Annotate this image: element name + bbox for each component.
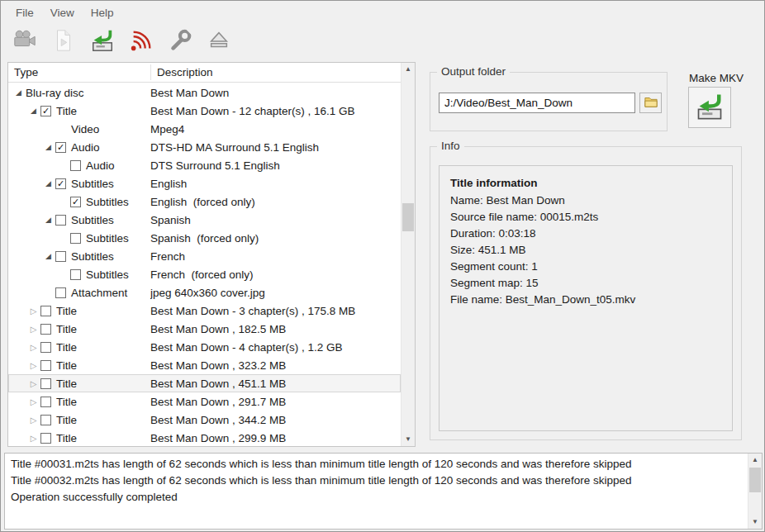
video-camera-button[interactable]: [9, 26, 40, 56]
tree-checkbox[interactable]: [55, 215, 66, 226]
tree-cell-type: ▷Title: [8, 429, 150, 446]
tree-collapsed-icon[interactable]: ▷: [26, 397, 40, 406]
scroll-down-icon[interactable]: ▼: [402, 433, 415, 446]
column-header-description[interactable]: Description: [150, 64, 401, 80]
tree-expanded-icon[interactable]: ◢: [41, 216, 55, 224]
tree-expanded-icon[interactable]: ◢: [41, 252, 55, 260]
menu-bar: File View Help: [1, 1, 764, 24]
tree-type-label: Title: [56, 323, 77, 335]
tree-cell-type: ▷Title: [8, 411, 150, 429]
tree-row[interactable]: ◢✓TitleBest Man Down - 12 chapter(s) , 1…: [8, 102, 401, 120]
tree-row[interactable]: ▷TitleBest Man Down , 451.1 MB: [8, 374, 401, 392]
tree-row[interactable]: ◢SubtitlesFrench: [8, 247, 401, 265]
tree-description-label: jpeg 640x360 cover.jpg: [150, 287, 401, 299]
tree-checkbox[interactable]: [70, 160, 81, 171]
tree-row[interactable]: ▷TitleBest Man Down , 344.2 MB: [8, 411, 401, 429]
tree-type-label: Subtitles: [86, 232, 129, 245]
column-header-type[interactable]: Type: [14, 63, 38, 83]
tree-scrollbar[interactable]: ▲ ▼: [401, 63, 415, 446]
stream-button[interactable]: [126, 26, 157, 56]
tree-checkbox[interactable]: [40, 342, 51, 353]
tree-row[interactable]: Attachmentjpeg 640x360 cover.jpg: [8, 283, 401, 302]
tree-collapsed-icon[interactable]: ▷: [26, 325, 40, 334]
tree-row[interactable]: ▷TitleBest Man Down - 3 chapter(s) , 175…: [8, 302, 401, 320]
info-line: Segment map: 15: [450, 275, 721, 292]
tree-row[interactable]: ▷TitleBest Man Down , 299.9 MB: [8, 429, 401, 446]
tree-expanded-icon[interactable]: ◢: [26, 107, 40, 115]
log-scrollbar-thumb[interactable]: [749, 468, 761, 492]
tree-row[interactable]: ◢Blu-ray discBest Man Down: [8, 83, 401, 102]
info-label: Info: [437, 140, 464, 152]
tree-description-label: Spanish: [150, 214, 401, 226]
tree-checkbox[interactable]: [40, 324, 51, 335]
tree-row[interactable]: AudioDTS Surround 5.1 English: [8, 156, 401, 174]
tree-cell-type: ◢✓Subtitles: [8, 174, 150, 192]
tree-row[interactable]: ▷TitleBest Man Down , 291.7 MB: [8, 392, 401, 411]
menu-help[interactable]: Help: [83, 3, 122, 22]
tree-description-label: Best Man Down , 299.9 MB: [150, 432, 401, 444]
tree-checkbox[interactable]: [40, 433, 51, 444]
tree-type-label: Subtitles: [71, 178, 114, 190]
tree-checkbox[interactable]: [70, 269, 81, 280]
log-scrollbar[interactable]: ▲ ▼: [748, 454, 762, 529]
tree-type-label: Blu-ray disc: [26, 87, 84, 99]
tree-cell-type: ▷Title: [8, 302, 150, 320]
tree-expanded-icon[interactable]: ◢: [41, 143, 55, 151]
tree-row[interactable]: ▷TitleBest Man Down , 182.5 MB: [8, 320, 401, 338]
tree-checkbox[interactable]: [40, 415, 51, 425]
scroll-up-icon[interactable]: ▲: [402, 63, 415, 76]
tree-checkbox[interactable]: [40, 360, 51, 371]
output-folder-input[interactable]: [439, 93, 635, 113]
tree-row[interactable]: ◢✓AudioDTS-HD MA Surround 5.1 English: [8, 138, 401, 156]
tree-collapsed-icon[interactable]: ▷: [26, 434, 40, 443]
scroll-down-icon[interactable]: ▼: [748, 515, 762, 529]
tree-header: Type Description: [8, 63, 401, 83]
tree-collapsed-icon[interactable]: ▷: [26, 306, 40, 316]
info-group: Info Title information Name: Best Man Do…: [430, 146, 742, 440]
tree-row[interactable]: ▷TitleBest Man Down - 4 chapter(s) , 1.2…: [8, 338, 401, 356]
tree-collapsed-icon[interactable]: ▷: [26, 343, 40, 352]
tree-collapsed-icon[interactable]: ▷: [26, 361, 40, 370]
tree-row[interactable]: SubtitlesSpanish (forced only): [8, 229, 401, 247]
tree-checkbox[interactable]: ✓: [70, 197, 81, 207]
tree-row[interactable]: VideoMpeg4: [8, 120, 401, 138]
tree-checkbox[interactable]: [40, 306, 51, 316]
make-mkv-label: Make MKV: [675, 72, 758, 84]
menu-view[interactable]: View: [42, 3, 83, 22]
log-line: Title #00031.m2ts has length of 62 secon…: [11, 456, 742, 473]
wrench-icon: [168, 28, 192, 55]
tree-row[interactable]: ◢SubtitlesSpanish: [8, 211, 401, 229]
tree-checkbox[interactable]: [55, 251, 66, 262]
tree-cell-type: Subtitles: [8, 265, 150, 283]
menu-file[interactable]: File: [7, 3, 42, 22]
tree-description-label: DTS Surround 5.1 English: [150, 159, 401, 172]
tree-checkbox[interactable]: ✓: [55, 142, 66, 153]
tree-row[interactable]: ✓SubtitlesEnglish (forced only): [8, 192, 401, 211]
scroll-up-icon[interactable]: ▲: [748, 454, 762, 467]
make-mkv-button[interactable]: [688, 87, 731, 128]
tree-checkbox[interactable]: ✓: [40, 106, 51, 116]
tree-row[interactable]: SubtitlesFrench (forced only): [8, 265, 401, 283]
eject-button[interactable]: [203, 26, 235, 56]
tree-row[interactable]: ▷TitleBest Man Down , 323.2 MB: [8, 356, 401, 374]
open-file-button[interactable]: [48, 26, 79, 56]
browse-folder-button[interactable]: [639, 93, 662, 113]
tree-collapsed-icon[interactable]: ▷: [26, 379, 40, 388]
mkv-box-green-arrow-icon: [90, 28, 115, 55]
tree-row[interactable]: ◢✓SubtitlesEnglish: [8, 174, 401, 192]
tree-expanded-icon[interactable]: ◢: [41, 179, 55, 188]
tree-expanded-icon[interactable]: ◢: [12, 88, 26, 97]
tree-checkbox[interactable]: ✓: [55, 178, 66, 189]
tree-scrollbar-thumb[interactable]: [402, 203, 414, 231]
file-icon: [51, 28, 76, 55]
tree-checkbox[interactable]: [55, 287, 66, 298]
tree-description-label: Best Man Down - 3 chapter(s) , 175.8 MB: [150, 305, 401, 317]
tree-description-label: Best Man Down , 291.7 MB: [150, 396, 401, 408]
tree-checkbox[interactable]: [70, 233, 81, 244]
save-mkv-button[interactable]: [87, 26, 118, 56]
tree-collapsed-icon[interactable]: ▷: [26, 416, 40, 425]
settings-button[interactable]: [164, 26, 196, 56]
tree-description-label: French: [150, 250, 401, 263]
tree-checkbox[interactable]: [40, 397, 51, 407]
tree-checkbox[interactable]: [40, 378, 51, 389]
